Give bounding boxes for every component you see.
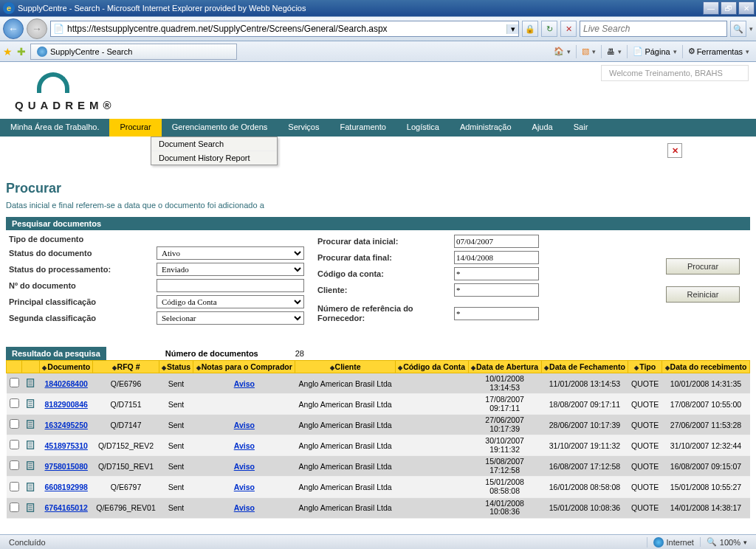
- refresh-button[interactable]: ↻: [541, 21, 557, 37]
- document-icon[interactable]: [25, 398, 37, 410]
- row-checkbox[interactable]: [10, 398, 19, 408]
- search-go-button[interactable]: 🔍: [730, 21, 746, 37]
- col-header[interactable]: ◆Data de Fechamento: [541, 361, 628, 373]
- col-header[interactable]: ◆Data de Abertura: [468, 361, 541, 373]
- cell-open-date: 17/08/200709:17:11: [468, 394, 541, 415]
- cell-receive-date: 17/08/2007 10:55:00: [662, 394, 750, 415]
- document-icon[interactable]: [25, 377, 37, 389]
- print-button[interactable]: 🖶: [603, 46, 625, 58]
- row-checkbox[interactable]: [10, 378, 19, 387]
- menu-services[interactable]: Serviços: [278, 119, 329, 137]
- restore-button[interactable]: 🗗: [721, 1, 737, 15]
- cell-rfq: Q/E6796: [93, 373, 159, 394]
- document-icon[interactable]: [25, 439, 37, 451]
- navigation-toolbar: ← → 📄 ▾ 🔒 ↻ ✕ 🔍 ▾: [0, 16, 756, 41]
- notes-link[interactable]: Aviso: [234, 462, 255, 471]
- document-link[interactable]: 6608192998: [44, 483, 87, 491]
- address-input[interactable]: [66, 22, 506, 35]
- cell-close-date: 15/01/2008 10:08:36: [541, 497, 628, 518]
- document-link[interactable]: 6764165012: [44, 503, 87, 512]
- col-header[interactable]: ◆Notas para o Comprador: [193, 361, 295, 373]
- col-header[interactable]: ◆Cliente: [295, 361, 395, 373]
- menu-exit[interactable]: Sair: [563, 119, 599, 137]
- select-status-proc[interactable]: Enviado: [157, 263, 304, 276]
- browser-tab[interactable]: SupplyCentre - Search: [30, 44, 237, 60]
- row-checkbox[interactable]: [10, 482, 19, 491]
- col-header[interactable]: [7, 361, 22, 373]
- col-header[interactable]: ◆RFQ #: [93, 361, 159, 373]
- menu-admin[interactable]: Administração: [450, 119, 522, 137]
- stop-button[interactable]: ✕: [560, 21, 577, 37]
- document-icon[interactable]: [25, 502, 37, 514]
- menu-search[interactable]: Procurar: [109, 119, 161, 137]
- back-button[interactable]: ←: [3, 18, 24, 39]
- page-icon: 📄: [633, 46, 643, 56]
- menu-help[interactable]: Ajuda: [522, 119, 563, 137]
- notes-link[interactable]: Aviso: [234, 483, 255, 491]
- submenu-doc-search[interactable]: Document Search: [151, 137, 277, 151]
- add-favorites-icon[interactable]: ✚: [17, 46, 26, 58]
- submenu-doc-history[interactable]: Document History Report: [151, 151, 277, 165]
- input-num-ref[interactable]: [454, 307, 539, 320]
- label-status-proc: Status do processamento:: [9, 265, 157, 274]
- search-input[interactable]: [580, 22, 726, 35]
- input-data-inicial[interactable]: [454, 235, 539, 248]
- select-status-doc[interactable]: Ativo: [157, 246, 304, 260]
- tools-menu[interactable]: ⚙Ferramentas: [684, 45, 753, 58]
- row-checkbox[interactable]: [10, 419, 19, 429]
- procurar-button[interactable]: Procurar: [666, 258, 740, 274]
- notes-link[interactable]: Aviso: [234, 441, 255, 450]
- zoom-control[interactable]: 🔍100%▾: [700, 537, 753, 547]
- document-icon[interactable]: [25, 481, 37, 493]
- address-dropdown[interactable]: ▾: [506, 24, 518, 34]
- select-seg-class[interactable]: Selecionar: [157, 311, 304, 325]
- row-checkbox[interactable]: [10, 503, 19, 512]
- search-dropdown[interactable]: ▾: [749, 25, 753, 32]
- document-link[interactable]: 9758015080: [44, 462, 87, 471]
- notes-link[interactable]: Aviso: [234, 503, 255, 512]
- menu-logistics[interactable]: Logística: [396, 119, 450, 137]
- input-data-final[interactable]: [454, 251, 539, 264]
- cell-type: QUOTE: [628, 456, 662, 477]
- document-icon[interactable]: [25, 460, 37, 472]
- minimize-button[interactable]: —: [703, 1, 719, 15]
- document-icon[interactable]: [25, 418, 37, 430]
- select-princ-class[interactable]: Código da Conta: [157, 295, 304, 308]
- feeds-button[interactable]: ▧: [578, 45, 599, 58]
- input-cliente[interactable]: [454, 283, 539, 297]
- input-cod-conta[interactable]: [454, 267, 539, 280]
- col-header[interactable]: [22, 361, 40, 373]
- forward-button[interactable]: →: [27, 18, 47, 39]
- menu-workspace[interactable]: Minha Área de Trabalho.: [0, 119, 109, 137]
- label-num-ref: Número de referência do Fornecedor:: [317, 304, 454, 323]
- menu-order-mgmt[interactable]: Gerenciamento de Ordens: [162, 119, 278, 137]
- address-bar[interactable]: 📄 ▾: [50, 21, 519, 37]
- document-link[interactable]: 4518975310: [44, 441, 87, 450]
- document-link[interactable]: 1632495250: [44, 421, 87, 429]
- cell-receive-date: 16/08/2007 09:15:07: [662, 456, 750, 477]
- col-header[interactable]: ◆Documento: [40, 361, 93, 373]
- input-no-doc[interactable]: [157, 279, 304, 292]
- cell-account: [395, 497, 468, 518]
- row-checkbox[interactable]: [10, 460, 19, 470]
- label-seg-class: Segunda classificação: [9, 314, 157, 322]
- col-header[interactable]: ◆Data do recebimento: [662, 361, 750, 373]
- search-box[interactable]: [580, 21, 727, 37]
- col-header[interactable]: ◆Tipo: [628, 361, 662, 373]
- page-menu[interactable]: 📄Página: [629, 45, 680, 58]
- cell-status: Sent: [159, 435, 193, 456]
- document-link[interactable]: 1840268400: [44, 379, 87, 388]
- favorites-star-icon[interactable]: ★: [3, 46, 13, 58]
- close-button[interactable]: ✕: [738, 1, 755, 15]
- reiniciar-button[interactable]: Reiniciar: [666, 286, 740, 303]
- home-button[interactable]: 🏠: [550, 45, 574, 58]
- submenu-procurar: Document Search Document History Report: [151, 137, 278, 165]
- col-header[interactable]: ◆Status: [159, 361, 193, 373]
- notes-link[interactable]: Aviso: [234, 421, 255, 429]
- row-checkbox[interactable]: [10, 440, 19, 449]
- tab-favicon: [37, 46, 47, 57]
- col-header[interactable]: ◆Código da Conta: [395, 361, 468, 373]
- notes-link[interactable]: Aviso: [234, 379, 255, 388]
- menu-billing[interactable]: Faturamento: [329, 119, 396, 137]
- document-link[interactable]: 8182900846: [44, 400, 87, 409]
